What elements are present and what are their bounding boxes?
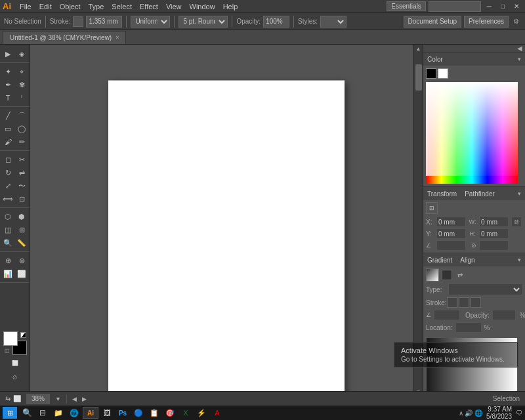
taskbar-excel-icon[interactable]: X bbox=[178, 407, 193, 419]
stroke-btn1[interactable] bbox=[447, 297, 457, 308]
reference-point-icon[interactable]: ⊡ bbox=[426, 202, 438, 214]
column-graph-tool[interactable]: 📊 bbox=[1, 267, 14, 280]
styles-select[interactable] bbox=[320, 16, 346, 28]
angle-gradient-input[interactable] bbox=[434, 310, 460, 320]
menu-file[interactable]: File bbox=[16, 2, 35, 11]
shear-input[interactable] bbox=[479, 240, 509, 251]
warp-tool[interactable]: 〜 bbox=[15, 179, 28, 192]
menu-select[interactable]: Select bbox=[108, 2, 135, 11]
selection-tool[interactable]: ▶ bbox=[1, 47, 14, 60]
gradient-swatch[interactable] bbox=[426, 268, 439, 282]
taskbar-edge-icon[interactable]: 🔵 bbox=[131, 407, 146, 419]
rotate-tool[interactable]: ↻ bbox=[1, 166, 14, 179]
eraser-tool[interactable]: ◻ bbox=[1, 153, 14, 166]
menu-view[interactable]: View bbox=[163, 2, 185, 11]
settings-icon[interactable]: ⚙ bbox=[511, 17, 521, 26]
gradient-type-select[interactable] bbox=[448, 284, 522, 295]
stroke-value-input[interactable] bbox=[86, 16, 122, 28]
taskbar-search-icon[interactable]: 🔍 bbox=[20, 407, 34, 419]
color-panel-header[interactable]: Color ▾ bbox=[423, 52, 525, 66]
menu-edit[interactable]: Edit bbox=[36, 2, 55, 11]
tab-close-button[interactable]: × bbox=[116, 34, 119, 41]
link-wh-button[interactable]: ⛓ bbox=[511, 217, 522, 227]
taskbar-extra1-icon[interactable]: 🎯 bbox=[163, 407, 177, 419]
status-scroll-right[interactable]: ▶ bbox=[82, 396, 87, 402]
line-tool[interactable]: ╱ bbox=[1, 109, 14, 122]
taskbar-time[interactable]: 9:37 AM 5/8/2023 bbox=[486, 406, 512, 420]
paintbrush-tool[interactable]: 🖌 bbox=[1, 135, 14, 148]
start-button[interactable]: ⊞ bbox=[3, 407, 17, 419]
minimize-button[interactable]: ─ bbox=[484, 2, 495, 10]
none-mode[interactable]: ∅ bbox=[9, 371, 22, 384]
measure-tool[interactable]: 📏 bbox=[15, 236, 28, 249]
blend-tool[interactable]: ⊕ bbox=[1, 254, 14, 267]
maximize-button[interactable]: □ bbox=[497, 2, 508, 10]
artboard-tool[interactable]: ⬜ bbox=[15, 267, 28, 280]
mesh-tool[interactable]: ⊞ bbox=[15, 223, 28, 236]
transform-panel-collapse[interactable]: ▾ bbox=[518, 190, 521, 197]
direct-selection-tool[interactable]: ◈ bbox=[15, 47, 28, 60]
zoom-arrows[interactable]: ▼ bbox=[55, 396, 61, 402]
foreground-color[interactable] bbox=[3, 331, 18, 346]
angle-input[interactable] bbox=[436, 240, 466, 251]
lasso-tool[interactable]: ⌖ bbox=[15, 65, 28, 78]
magic-wand-tool[interactable]: ✦ bbox=[1, 65, 14, 78]
ellipse-tool[interactable]: ◯ bbox=[15, 122, 28, 135]
scroll-up-arrow[interactable]: ▲ bbox=[415, 45, 423, 53]
white-swatch[interactable] bbox=[438, 68, 448, 79]
scissors-tool[interactable]: ✂ bbox=[15, 153, 28, 166]
shape-builder-tool[interactable]: ⬡ bbox=[1, 210, 14, 223]
document-tab[interactable]: Untitled-1 @ 38% (CMYK/Preview) × bbox=[3, 31, 126, 44]
live-paint-tool[interactable]: ⬢ bbox=[15, 210, 28, 223]
eyedropper-tool[interactable]: 🔍 bbox=[1, 236, 14, 249]
menu-window[interactable]: Window bbox=[186, 2, 219, 11]
transform-panel-header[interactable]: Transform Pathfinder ▾ bbox=[423, 187, 525, 200]
essentials-button[interactable]: Essentials bbox=[387, 1, 426, 11]
reverse-gradient-icon[interactable]: ⇄ bbox=[457, 272, 463, 279]
scale-tool[interactable]: ⤢ bbox=[1, 179, 14, 192]
collapse-panel-button[interactable]: ◀ bbox=[517, 45, 522, 52]
stroke-type-select[interactable]: Uniform bbox=[131, 16, 170, 28]
black-swatch[interactable] bbox=[426, 68, 436, 79]
color-spectrum[interactable] bbox=[426, 82, 518, 184]
stroke-btn2[interactable] bbox=[459, 297, 469, 308]
canvas-area[interactable] bbox=[30, 45, 423, 406]
zoom-input[interactable] bbox=[26, 394, 50, 404]
pen-tool[interactable]: ✒ bbox=[1, 78, 14, 91]
rect-tool[interactable]: ▭ bbox=[1, 122, 14, 135]
taskbar-extra2-icon[interactable]: ⚡ bbox=[194, 407, 209, 419]
color-panel-collapse[interactable]: ▾ bbox=[518, 56, 521, 62]
taskbar-explorer-icon[interactable]: 📁 bbox=[51, 407, 66, 419]
search-input[interactable] bbox=[429, 1, 481, 12]
menu-object[interactable]: Object bbox=[56, 2, 84, 11]
symbol-tool[interactable]: ⊛ bbox=[15, 254, 28, 267]
pathfinder-tab[interactable]: Pathfinder bbox=[465, 190, 495, 198]
taskbar-chrome-icon[interactable]: 🌐 bbox=[67, 407, 81, 419]
taskbar-photos-icon[interactable]: 🖼 bbox=[100, 407, 114, 419]
menu-effect[interactable]: Effect bbox=[136, 2, 161, 11]
opacity-gradient-input[interactable] bbox=[492, 310, 516, 320]
opacity-input[interactable] bbox=[263, 16, 289, 28]
default-colors-icon[interactable]: ◫ bbox=[5, 348, 10, 354]
taskbar-task-view-icon[interactable]: ⊟ bbox=[35, 407, 50, 419]
vertical-type-tool[interactable]: ᴵ bbox=[15, 91, 28, 104]
align-tab[interactable]: Align bbox=[460, 257, 474, 264]
stroke-btn3[interactable] bbox=[471, 297, 481, 308]
gradient-panel-collapse[interactable]: ▾ bbox=[518, 257, 521, 263]
arc-tool[interactable]: ⌒ bbox=[15, 109, 28, 122]
menu-type[interactable]: Type bbox=[85, 2, 108, 11]
y-input[interactable] bbox=[436, 228, 466, 239]
brush-select[interactable]: 5 pt. Round bbox=[178, 16, 228, 28]
hue-bar[interactable] bbox=[426, 176, 518, 184]
doc-setup-button[interactable]: Document Setup bbox=[404, 16, 462, 28]
stroke-color-swatch[interactable] bbox=[73, 16, 83, 27]
x-input[interactable] bbox=[436, 217, 466, 227]
gradient-panel-header[interactable]: Gradient Align ▾ bbox=[423, 253, 525, 266]
taskbar-photoshop-icon[interactable]: Ps bbox=[116, 407, 130, 419]
scroll-thumb-v[interactable] bbox=[415, 64, 422, 91]
blob-brush-tool[interactable]: ✏ bbox=[15, 135, 28, 148]
taskbar-illustrator-app[interactable]: Ai bbox=[83, 407, 98, 419]
free-transform-tool[interactable]: ⊡ bbox=[15, 192, 28, 205]
status-scroll-left[interactable]: ◀ bbox=[72, 396, 77, 402]
swap-colors-icon[interactable] bbox=[20, 332, 26, 338]
